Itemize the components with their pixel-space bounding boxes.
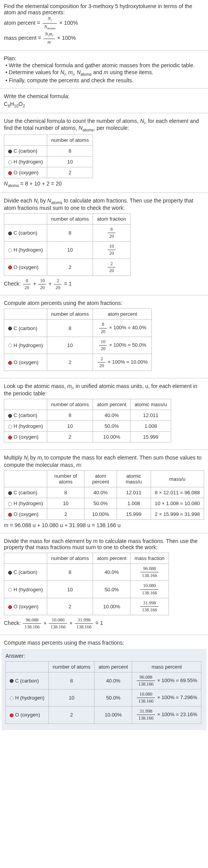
answer-box: Answer: number of atomsatom percentmass … — [2, 649, 206, 730]
table-header-row: number of atomsatom percentatomic mass/u — [4, 399, 171, 410]
mass-fractions: Divide the mass for each element by m to… — [0, 535, 208, 633]
write-formula: Write the chemical formula: C8H10O2 — [0, 90, 208, 111]
element-dot-icon — [8, 231, 12, 235]
table-header-row: number of atomsatom percentmass fraction — [4, 553, 169, 564]
table-header-row: number of atoms — [4, 135, 93, 146]
intro: Find the elemental composition for 3-met… — [0, 0, 208, 49]
table-header-row: number of atomsatom fraction — [4, 213, 131, 224]
table-row: H (hydrogen)101020 — [4, 242, 131, 259]
table-row: O (oxygen)2220 — [4, 259, 131, 276]
natoms-sum: Natoms = 8 + 10 + 2 = 20 — [4, 180, 204, 188]
divider — [0, 449, 208, 450]
mass-percent-fraction: Nimi m — [43, 32, 55, 45]
table-row: O (oxygen)2 — [4, 167, 93, 178]
divider — [0, 192, 208, 193]
table-row: H (hydrogen)1050.0%10.080138.166 — [4, 581, 169, 598]
atomic-mass-text: Look up the atomic mass, mi, in unified … — [4, 383, 204, 397]
times-100: × 100% — [57, 35, 76, 41]
mass-percent-label: mass percent = — [4, 35, 43, 41]
count-atoms: Use the chemical formula to count the nu… — [0, 115, 208, 191]
table-row: H (hydrogen)1050.0%1.00810 × 1.008 = 10.… — [4, 498, 204, 509]
element-dot-icon — [8, 605, 12, 609]
write-formula-title: Write the chemical formula: — [4, 93, 204, 99]
table-row: H (hydrogen)1050.0%10.080138.166 × 100% … — [6, 689, 201, 706]
mass-calc-text: Multiply Ni by mi to compute the mass fo… — [4, 454, 204, 468]
element-dot-icon — [8, 588, 12, 592]
molecular-mass-sum: m = 96.088 u + 10.080 u + 31.998 u = 138… — [4, 522, 204, 528]
col-number-of-atoms: number of atoms — [47, 135, 93, 146]
times-100: × 100% — [59, 20, 78, 26]
divider — [0, 295, 208, 295]
element-dot-icon — [8, 160, 12, 164]
mass-calc-table: number of atomsatom percentatomic mass/u… — [4, 470, 204, 520]
divider — [0, 50, 208, 51]
plan-bullet-2: • Determine values for Ni, mi, Natoms an… — [5, 69, 204, 77]
atomic-mass-table: number of atomsatom percentatomic mass/u… — [4, 399, 171, 443]
element-dot-icon — [8, 150, 12, 153]
table-row: O (oxygen)210.00%15.9992 × 15.999 = 31.9… — [4, 509, 204, 520]
element-dot-icon — [10, 696, 14, 700]
plan-title: Plan: — [4, 55, 204, 61]
element-dot-icon — [8, 248, 12, 252]
table-row: C (carbon)8820 — [4, 224, 131, 241]
divider — [0, 113, 208, 113]
plan-bullet-1: • Write the chemical formula and gather … — [5, 62, 204, 68]
atom-fraction-check: Check: 820 + 1020 + 220 = 1 — [4, 278, 204, 290]
table-row: O (oxygen)210.00%15.999 — [4, 432, 171, 443]
element-dot-icon — [8, 361, 12, 365]
element-dot-icon — [8, 502, 12, 506]
answer-table: number of atomsatom percentmass percent … — [5, 661, 201, 724]
element-dot-icon — [8, 344, 12, 347]
table-row: O (oxygen)210.00%31.998138.166 × 100% = … — [6, 706, 201, 723]
element-dot-icon — [10, 679, 14, 683]
element-dot-icon — [8, 513, 12, 517]
table-header-row: number of atomsatom percentmass percent — [6, 661, 201, 672]
divider — [0, 533, 208, 533]
mass-percent-formula: mass percent = Nimi m × 100% — [4, 32, 204, 45]
atom-count-table: number of atoms C (carbon)8 H (hydrogen)… — [4, 134, 93, 178]
chemical-formula: C8H10O2 — [4, 101, 204, 108]
final-title: Compute mass percents using the mass fra… — [4, 640, 204, 646]
table-header-row: number of atomsatom percent — [4, 309, 152, 320]
atomic-mass-lookup: Look up the atomic mass, mi, in unified … — [0, 380, 208, 448]
element-dot-icon — [8, 266, 12, 269]
atom-percent-table: number of atomsatom percent C (carbon)88… — [4, 308, 152, 371]
table-row: C (carbon)840.0%12.011 — [4, 410, 171, 421]
table-row: H (hydrogen)10 — [4, 157, 93, 167]
element-dot-icon — [8, 571, 12, 575]
table-row: C (carbon)840.0%96.088138.166 × 100% = 6… — [6, 672, 201, 689]
intro-text: Find the elemental composition for 3-met… — [4, 3, 204, 15]
plan: Plan: • Write the chemical formula and g… — [0, 52, 208, 87]
element-dot-icon — [8, 491, 12, 495]
count-atoms-text: Use the chemical formula to count the nu… — [4, 118, 204, 133]
element-dot-icon — [10, 713, 14, 717]
table-row: C (carbon)840.0%12.0118 × 12.011 = 96.08… — [4, 487, 204, 498]
table-row: H (hydrogen)1050.0%1.008 — [4, 421, 171, 432]
table-row: C (carbon)8820 × 100% = 40.0% — [4, 320, 152, 337]
divider — [0, 88, 208, 89]
mass-fraction-check: Check: 96.088138.166 + 10.080138.166 + 3… — [4, 618, 204, 630]
table-header-row: number of atomsatom percentatomic mass/u… — [4, 471, 204, 487]
mass-fractions-text: Divide the mass for each element by m to… — [4, 538, 204, 550]
divider — [0, 635, 208, 635]
answer-label: Answer: — [5, 653, 203, 659]
atom-fractions: Divide each Ni by Natoms to calculate at… — [0, 194, 208, 293]
mass-fraction-table: number of atomsatom percentmass fraction… — [4, 553, 169, 615]
table-row: H (hydrogen)101020 × 100% = 50.0% — [4, 337, 152, 354]
atom-fractions-text: Divide each Ni by Natoms to calculate at… — [4, 197, 204, 211]
element-dot-icon — [8, 436, 12, 439]
mass-calc: Multiply Ni by mi to compute the mass fo… — [0, 451, 208, 531]
element-dot-icon — [8, 414, 12, 418]
table-row: O (oxygen)210.00%31.998138.166 — [4, 598, 169, 615]
atom-fraction-table: number of atomsatom fraction C (carbon)8… — [4, 213, 131, 276]
atom-percent-fraction: Ni Natoms — [43, 16, 57, 31]
table-row: C (carbon)8 — [4, 146, 93, 157]
table-row: O (oxygen)2220 × 100% = 10.00% — [4, 354, 152, 371]
atom-percents: Compute atom percents using the atom fra… — [0, 297, 208, 376]
divider — [0, 378, 208, 378]
table-row: C (carbon)840.0%96.088138.166 — [4, 564, 169, 581]
final-section: Compute mass percents using the mass fra… — [0, 637, 208, 649]
element-dot-icon — [8, 171, 12, 175]
atom-percents-title: Compute atom percents using the atom fra… — [4, 300, 204, 306]
atom-percent-label: atom percent = — [4, 20, 42, 26]
